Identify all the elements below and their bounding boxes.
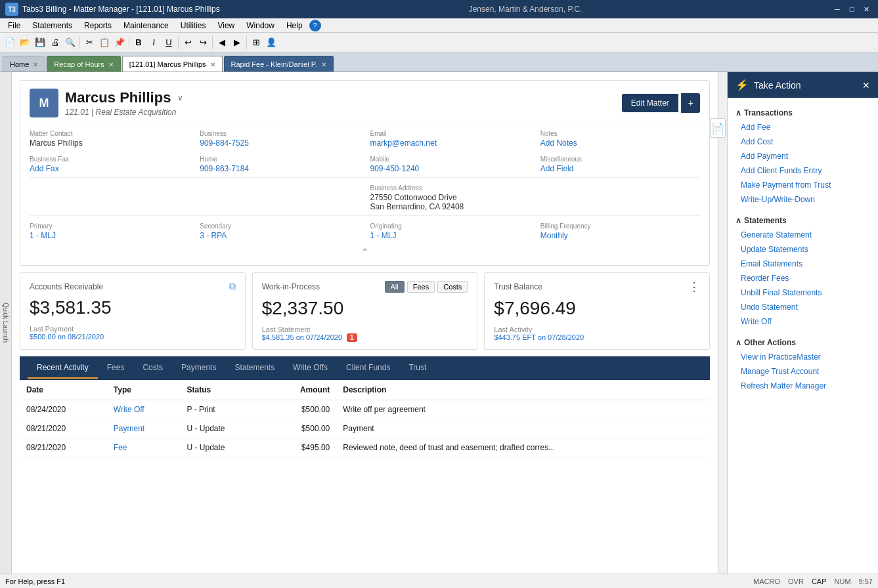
contact-fax-value[interactable]: Add Fax xyxy=(30,164,59,173)
action-view-practicemaster[interactable]: View in PracticeMaster xyxy=(728,350,878,364)
toolbar-save[interactable]: 💾 xyxy=(33,35,47,50)
transactions-header[interactable]: ∧ Transactions xyxy=(728,104,878,120)
tab-payments[interactable]: Payments xyxy=(172,358,225,379)
contact-notes-value[interactable]: Add Notes xyxy=(540,138,577,148)
trust-last-activity[interactable]: $443.75 EFT on 07/28/2020 xyxy=(494,333,584,341)
contact-field-address: Business Address 27550 Cottonwood Drive … xyxy=(370,184,701,211)
quick-launch[interactable]: Quick Launch xyxy=(0,72,12,574)
menu-help[interactable]: Help xyxy=(281,20,308,32)
maximize-button[interactable]: □ xyxy=(845,4,858,14)
doc-icon[interactable]: 📄 xyxy=(710,118,726,138)
action-unbill-final[interactable]: Unbill Final Statements xyxy=(728,285,878,300)
tab-rapidfee[interactable]: Rapid Fee - Klein/Daniel P. ✕ xyxy=(224,56,334,72)
action-add-client-funds[interactable]: Add Client Funds Entry xyxy=(728,163,878,178)
cell-type[interactable]: Write Off xyxy=(107,400,181,419)
edit-matter-button[interactable]: Edit Matter xyxy=(622,94,678,112)
wip-last-statement[interactable]: $4,581.35 on 07/24/2020 xyxy=(262,333,342,341)
menu-file[interactable]: File xyxy=(3,20,26,32)
tab-fees[interactable]: Fees xyxy=(98,358,134,379)
toolbar-redo[interactable]: ↪ xyxy=(196,35,210,50)
contact-misc-value[interactable]: Add Field xyxy=(540,164,574,173)
toolbar-underline[interactable]: U xyxy=(162,35,176,50)
toolbar-preview[interactable]: 🔍 xyxy=(63,35,77,50)
contact-business-value[interactable]: 909-884-7525 xyxy=(200,138,249,148)
action-generate-statement[interactable]: Generate Statement xyxy=(728,228,878,242)
tab-bar: Home ✕ Recap of Hours ✕ [121.01] Marcus … xyxy=(0,52,878,72)
menu-view[interactable]: View xyxy=(212,20,240,32)
tab-marcus[interactable]: [121.01] Marcus Phillips ✕ xyxy=(122,56,223,72)
tab-client-funds[interactable]: Client Funds xyxy=(337,358,399,379)
tab-home-close[interactable]: ✕ xyxy=(33,61,38,68)
tab-recap[interactable]: Recap of Hours ✕ xyxy=(47,56,120,72)
ar-external-link-icon[interactable]: ⧉ xyxy=(229,281,236,292)
toolbar-new[interactable]: 📄 xyxy=(3,35,17,50)
action-update-statements[interactable]: Update Statements xyxy=(728,242,878,257)
close-button[interactable]: ✕ xyxy=(860,4,873,14)
menu-reports[interactable]: Reports xyxy=(79,20,117,32)
table-row[interactable]: 08/21/2020 Payment U - Update $500.00 Pa… xyxy=(20,419,710,438)
wip-filters: All Fees Costs xyxy=(385,281,468,293)
toolbar-forward[interactable]: ▶ xyxy=(230,35,244,50)
scrollbar[interactable] xyxy=(718,72,727,574)
table-row[interactable]: 08/21/2020 Fee U - Update $495.00 Review… xyxy=(20,438,710,457)
action-write-off[interactable]: Write Off xyxy=(728,314,878,329)
cell-date: 08/21/2020 xyxy=(20,419,107,438)
toolbar-bold[interactable]: B xyxy=(131,35,146,50)
toolbar-grid[interactable]: ⊞ xyxy=(249,35,263,50)
collapse-button[interactable]: ⌃ xyxy=(30,247,700,257)
tab-rapidfee-close[interactable]: ✕ xyxy=(321,61,326,68)
cell-type[interactable]: Payment xyxy=(107,419,181,438)
menu-utilities[interactable]: Utilities xyxy=(175,20,211,32)
menu-help-icon[interactable]: ? xyxy=(309,20,321,32)
toolbar-open[interactable]: 📂 xyxy=(18,35,32,50)
action-add-payment[interactable]: Add Payment xyxy=(728,149,878,163)
toolbar-paste[interactable]: 📌 xyxy=(112,35,127,50)
toolbar-copy[interactable]: 📋 xyxy=(97,35,112,50)
menu-window[interactable]: Window xyxy=(241,20,280,32)
wip-filter-costs[interactable]: Costs xyxy=(437,281,468,293)
action-email-statements[interactable]: Email Statements xyxy=(728,257,878,271)
add-button[interactable]: + xyxy=(681,93,700,113)
toolbar-back[interactable]: ◀ xyxy=(215,35,229,50)
action-add-cost[interactable]: Add Cost xyxy=(728,135,878,149)
col-description: Description xyxy=(336,380,710,400)
action-writeup[interactable]: Write-Up/Write-Down xyxy=(728,192,878,207)
action-undo-statement[interactable]: Undo Statement xyxy=(728,300,878,314)
tab-home[interactable]: Home ✕ xyxy=(3,56,45,72)
action-reorder-fees[interactable]: Reorder Fees xyxy=(728,271,878,285)
toolbar-cut[interactable]: ✂ xyxy=(82,35,97,50)
toolbar-print[interactable]: 🖨 xyxy=(48,35,62,50)
menu-statements[interactable]: Statements xyxy=(27,20,77,32)
cell-status: P - Print xyxy=(181,400,265,419)
wip-filter-fees[interactable]: Fees xyxy=(407,281,435,293)
toolbar-undo[interactable]: ↩ xyxy=(181,35,195,50)
contact-home-value[interactable]: 909-863-7184 xyxy=(200,164,249,173)
tab-marcus-close[interactable]: ✕ xyxy=(210,61,215,68)
statements-header[interactable]: ∧ Statements xyxy=(728,212,878,228)
table-row[interactable]: 08/24/2020 Write Off P - Print $500.00 W… xyxy=(20,400,710,419)
menu-maintenance[interactable]: Maintenance xyxy=(118,20,174,32)
tab-statements[interactable]: Statements xyxy=(225,358,284,379)
action-panel-close[interactable]: ✕ xyxy=(862,80,870,91)
action-manage-trust[interactable]: Manage Trust Account xyxy=(728,364,878,379)
matter-dropdown[interactable]: ∨ xyxy=(175,93,186,102)
tab-write-offs[interactable]: Write Offs xyxy=(284,358,337,379)
other-actions-header[interactable]: ∧ Other Actions xyxy=(728,334,878,350)
tab-recent-activity[interactable]: Recent Activity xyxy=(28,358,98,379)
cell-type[interactable]: Fee xyxy=(107,438,181,457)
tab-costs[interactable]: Costs xyxy=(133,358,172,379)
ar-last-payment[interactable]: $500.00 on 08/21/2020 xyxy=(30,333,104,341)
action-add-fee[interactable]: Add Fee xyxy=(728,120,878,135)
toolbar-user[interactable]: 👤 xyxy=(264,35,278,50)
action-panel-header: ⚡ Take Action ✕ xyxy=(728,72,878,98)
trust-menu-icon[interactable]: ⋮ xyxy=(688,281,700,293)
wip-filter-all[interactable]: All xyxy=(385,281,405,293)
action-refresh[interactable]: Refresh Matter Manager xyxy=(728,379,878,393)
tab-trust[interactable]: Trust xyxy=(399,358,435,379)
action-make-payment[interactable]: Make Payment from Trust xyxy=(728,178,878,192)
minimize-button[interactable]: ─ xyxy=(831,4,844,14)
tab-recap-close[interactable]: ✕ xyxy=(108,61,114,68)
contact-email-value[interactable]: markp@emach.net xyxy=(370,138,437,148)
contact-mobile-value[interactable]: 909-450-1240 xyxy=(370,164,420,173)
toolbar-italic[interactable]: I xyxy=(146,35,161,50)
